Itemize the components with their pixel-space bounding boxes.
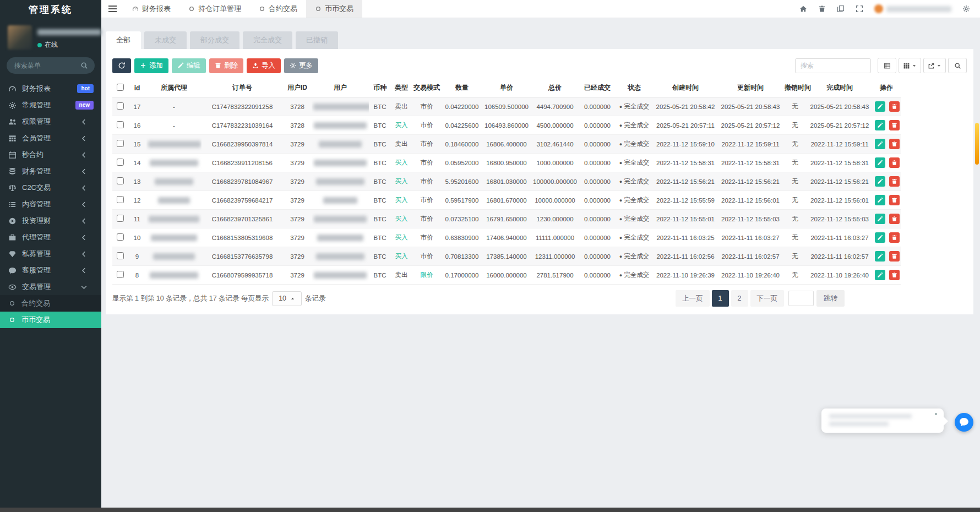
row-checkbox[interactable] bbox=[117, 121, 124, 128]
sidebar-item-12[interactable]: 交易管理 bbox=[0, 279, 101, 295]
nav-tab-1[interactable]: 持仓订单管理 bbox=[179, 0, 250, 18]
row-edit-button[interactable] bbox=[875, 157, 885, 168]
gem-icon bbox=[8, 250, 17, 258]
row-checkbox[interactable] bbox=[117, 233, 124, 241]
page-button-1[interactable]: 1 bbox=[712, 290, 729, 307]
sidebar-item-0[interactable]: 财务报表 hot bbox=[0, 80, 101, 97]
agent-name-redacted bbox=[149, 216, 199, 222]
detail-view-button[interactable] bbox=[878, 58, 896, 73]
edit-button[interactable]: 编辑 bbox=[172, 58, 206, 73]
import-button[interactable]: 导入 bbox=[247, 58, 281, 73]
row-edit-button[interactable] bbox=[875, 214, 885, 224]
row-edit-button[interactable] bbox=[875, 139, 885, 149]
nav-tab-label: 合约交易 bbox=[269, 4, 297, 14]
row-delete-button[interactable] bbox=[889, 157, 900, 168]
sidebar-item-7[interactable]: 内容管理 bbox=[0, 196, 101, 213]
row-delete-button[interactable] bbox=[889, 251, 900, 262]
submenu-item-1[interactable]: 币币交易 bbox=[0, 312, 101, 328]
sidebar-item-label: 代理管理 bbox=[22, 232, 51, 242]
horizontal-scrollbar-track[interactable] bbox=[0, 508, 980, 512]
prev-page-button[interactable]: 上一页 bbox=[676, 290, 710, 307]
sidebar-item-6[interactable]: C2C交易 bbox=[0, 179, 101, 196]
chat-widget-button[interactable] bbox=[955, 413, 973, 432]
row-checkbox[interactable] bbox=[117, 102, 124, 110]
filter-tab-0[interactable]: 全部 bbox=[106, 31, 141, 49]
chat-tooltip-close-dot[interactable] bbox=[935, 413, 937, 415]
filter-tab-2[interactable]: 部分成交 bbox=[190, 31, 239, 49]
sidebar-item-11[interactable]: 客服管理 bbox=[0, 262, 101, 279]
row-edit-button[interactable] bbox=[875, 232, 885, 243]
add-button[interactable]: 添加 bbox=[134, 58, 168, 73]
filled-cell: 0.000000 bbox=[579, 154, 616, 172]
row-delete-button[interactable] bbox=[889, 232, 900, 243]
next-page-button[interactable]: 下一页 bbox=[750, 290, 785, 307]
total-cell: 2781.517900 bbox=[531, 266, 579, 285]
submenu-item-0[interactable]: 合约交易 bbox=[0, 295, 101, 312]
refresh-button[interactable] bbox=[112, 58, 131, 73]
row-delete-button[interactable] bbox=[889, 176, 900, 187]
nav-tab-3[interactable]: 币币交易 bbox=[306, 0, 362, 18]
sidebar-item-9[interactable]: 代理管理 bbox=[0, 229, 101, 246]
trash-icon[interactable] bbox=[814, 0, 830, 18]
delete-button[interactable]: 删除 bbox=[209, 58, 243, 73]
sidebar-item-10[interactable]: 私募管理 bbox=[0, 246, 101, 262]
page-button-2[interactable]: 2 bbox=[731, 290, 748, 307]
pagination-info: 显示第 1 到第 10 条记录，总共 17 条记录 每页显示 10 条记录 bbox=[112, 291, 326, 306]
filter-tab-1[interactable]: 未成交 bbox=[144, 31, 187, 49]
filter-tab-3[interactable]: 完全成交 bbox=[243, 31, 292, 49]
row-delete-button[interactable] bbox=[889, 195, 900, 205]
sidebar-item-3[interactable]: 会员管理 bbox=[0, 130, 101, 146]
sidebar-item-4[interactable]: 秒合约 bbox=[0, 146, 101, 163]
row-edit-button[interactable] bbox=[875, 176, 885, 187]
row-checkbox[interactable] bbox=[117, 159, 124, 166]
nav-tab-2[interactable]: 合约交易 bbox=[250, 0, 306, 18]
topbar-user[interactable] bbox=[874, 4, 951, 13]
vertical-scrollbar-thumb[interactable] bbox=[975, 123, 979, 165]
row-checkbox[interactable] bbox=[117, 196, 124, 203]
jump-page-input[interactable] bbox=[788, 291, 814, 306]
row-delete-button[interactable] bbox=[889, 139, 900, 149]
topbar-tabs: 财务报表 持仓订单管理 合约交易 币币交易 bbox=[123, 0, 362, 18]
coin-cell: BTC bbox=[369, 210, 391, 228]
filter-tab-4[interactable]: 已撤销 bbox=[296, 31, 338, 49]
row-delete-button[interactable] bbox=[889, 120, 900, 130]
finished-cell: 2022-11-12 15:55:03 bbox=[807, 210, 872, 228]
row-delete-button[interactable] bbox=[889, 214, 900, 224]
total-cell: 3102.461440 bbox=[531, 135, 579, 154]
column-header: 总价 bbox=[531, 79, 579, 97]
row-edit-button[interactable] bbox=[875, 251, 885, 262]
row-checkbox[interactable] bbox=[117, 140, 124, 147]
row-delete-button[interactable] bbox=[889, 270, 900, 280]
row-edit-button[interactable] bbox=[875, 270, 885, 280]
status-cell: ●完全成交 bbox=[616, 97, 653, 116]
settings-gears-icon[interactable] bbox=[958, 0, 974, 18]
select-all-checkbox[interactable] bbox=[117, 84, 124, 91]
table-search-input[interactable] bbox=[795, 58, 871, 73]
nav-tab-0[interactable]: 财务报表 bbox=[123, 0, 179, 18]
sidebar-item-8[interactable]: 投资理财 bbox=[0, 213, 101, 229]
order-no-cell: C1747832322091258 bbox=[202, 97, 283, 116]
coin-cell: BTC bbox=[369, 228, 391, 247]
export-button[interactable] bbox=[923, 58, 946, 73]
sidebar-item-5[interactable]: 财务管理 bbox=[0, 163, 101, 179]
page-size-select[interactable]: 10 bbox=[272, 291, 302, 306]
search-button[interactable] bbox=[948, 58, 967, 73]
fullscreen-icon[interactable] bbox=[851, 0, 868, 18]
status-cell: ●完全成交 bbox=[616, 154, 653, 172]
copy-pages-icon[interactable] bbox=[832, 0, 849, 18]
row-edit-button[interactable] bbox=[875, 120, 885, 130]
hamburger-menu-icon[interactable] bbox=[101, 0, 123, 18]
sidebar-item-2[interactable]: 权限管理 bbox=[0, 113, 101, 130]
jump-button[interactable]: 跳转 bbox=[816, 290, 845, 307]
columns-toggle-button[interactable] bbox=[899, 58, 921, 73]
row-checkbox[interactable] bbox=[117, 252, 124, 259]
row-edit-button[interactable] bbox=[875, 195, 885, 205]
sidebar-item-1[interactable]: 常规管理 new bbox=[0, 97, 101, 113]
row-edit-button[interactable] bbox=[875, 101, 885, 112]
row-checkbox[interactable] bbox=[117, 177, 124, 184]
more-button[interactable]: 更多 bbox=[284, 58, 318, 73]
row-checkbox[interactable] bbox=[117, 271, 124, 278]
row-delete-button[interactable] bbox=[889, 101, 900, 112]
home-icon[interactable] bbox=[795, 0, 812, 18]
row-checkbox[interactable] bbox=[117, 215, 124, 222]
